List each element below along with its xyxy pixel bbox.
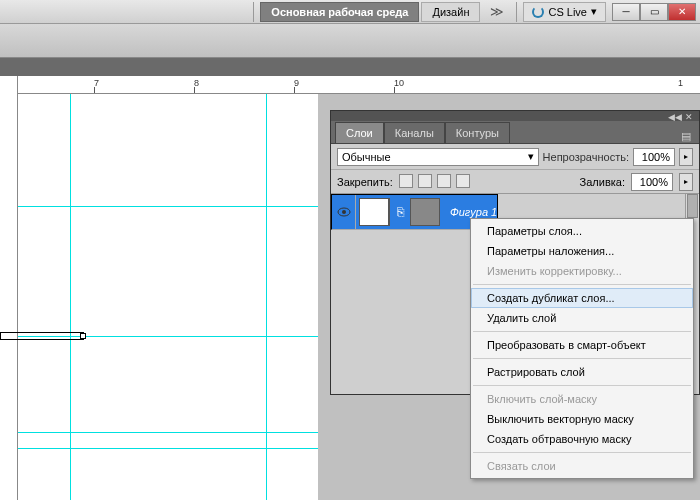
guide-vertical[interactable] xyxy=(266,94,267,500)
menu-item-edit-adjustment: Изменить корректировку... xyxy=(471,261,693,281)
cslive-icon xyxy=(532,6,544,18)
close-button[interactable]: ✕ xyxy=(668,3,696,21)
menu-separator xyxy=(473,385,691,386)
menu-item-rasterize-layer[interactable]: Растрировать слой xyxy=(471,362,693,382)
workspace-primary-button[interactable]: Основная рабочая среда xyxy=(260,2,419,22)
workspace-secondary-button[interactable]: Дизайн xyxy=(421,2,480,22)
menu-separator xyxy=(473,284,691,285)
layer-name[interactable]: Фигура 1 xyxy=(444,206,497,218)
panel-header[interactable]: ◀◀ ✕ xyxy=(331,111,699,121)
guide-vertical[interactable] xyxy=(70,94,71,500)
tab-paths[interactable]: Контуры xyxy=(445,122,510,143)
menu-item-disable-vector-mask[interactable]: Выключить векторную маску xyxy=(471,409,693,429)
fill-input[interactable]: 100% xyxy=(631,173,673,191)
menu-item-create-clipping-mask[interactable]: Создать обтравочную маску xyxy=(471,429,693,449)
link-icon: ⎘ xyxy=(394,205,406,219)
menu-separator xyxy=(473,331,691,332)
panel-tabs: Слои Каналы Контуры ▤ xyxy=(331,121,699,143)
options-bar xyxy=(0,24,700,58)
menu-item-duplicate-layer[interactable]: Создать дубликат слоя... xyxy=(471,288,693,308)
layer-thumbnail[interactable] xyxy=(359,198,389,226)
blend-mode-select[interactable]: Обычные▾ xyxy=(337,148,539,166)
menu-separator xyxy=(473,358,691,359)
guide-horizontal[interactable] xyxy=(18,448,318,449)
opacity-input[interactable]: 100% xyxy=(633,148,675,166)
transform-handle[interactable] xyxy=(80,333,86,339)
canvas[interactable] xyxy=(18,94,318,500)
visibility-toggle[interactable] xyxy=(332,195,356,229)
context-menu: Параметры слоя... Параметры наложения...… xyxy=(470,218,694,479)
ruler-horizontal[interactable]: 7 8 9 10 1 xyxy=(18,76,700,94)
tab-layers[interactable]: Слои xyxy=(335,122,384,143)
menu-item-enable-layer-mask: Включить слой-маску xyxy=(471,389,693,409)
fill-stepper[interactable]: ▸ xyxy=(679,173,693,191)
selection-box[interactable] xyxy=(0,332,84,340)
lock-pixels-icon[interactable] xyxy=(418,174,432,188)
menu-item-link-layers: Связать слои xyxy=(471,456,693,476)
collapse-icon[interactable]: ◀◀ ✕ xyxy=(668,112,693,122)
opacity-label: Непрозрачность: xyxy=(543,151,629,163)
mask-thumbnail[interactable] xyxy=(410,198,440,226)
guide-horizontal[interactable] xyxy=(18,432,318,433)
lock-controls xyxy=(399,174,472,190)
opacity-stepper[interactable]: ▸ xyxy=(679,148,693,166)
lock-position-icon[interactable] xyxy=(437,174,451,188)
menu-item-convert-smart-object[interactable]: Преобразовать в смарт-объект xyxy=(471,335,693,355)
minimize-button[interactable]: ─ xyxy=(612,3,640,21)
lock-label: Закрепить: xyxy=(337,176,393,188)
maximize-button[interactable]: ▭ xyxy=(640,3,668,21)
lock-transparency-icon[interactable] xyxy=(399,174,413,188)
menu-item-layer-properties[interactable]: Параметры слоя... xyxy=(471,221,693,241)
cslive-button[interactable]: CS Live ▾ xyxy=(523,2,606,22)
app-topbar: Основная рабочая среда Дизайн ≫ CS Live … xyxy=(0,0,700,24)
menu-item-delete-layer[interactable]: Удалить слой xyxy=(471,308,693,328)
cslive-label: CS Live xyxy=(548,6,587,18)
scroll-thumb[interactable] xyxy=(687,194,698,218)
svg-point-1 xyxy=(342,210,346,214)
fill-label: Заливка: xyxy=(580,176,625,188)
document-tabstrip xyxy=(0,58,700,76)
panel-menu-icon[interactable]: ▤ xyxy=(673,130,699,143)
ruler-vertical[interactable] xyxy=(0,76,18,500)
workspace-more-icon[interactable]: ≫ xyxy=(484,4,510,19)
tab-channels[interactable]: Каналы xyxy=(384,122,445,143)
lock-all-icon[interactable] xyxy=(456,174,470,188)
dropdown-icon: ▾ xyxy=(528,150,534,163)
guide-horizontal[interactable] xyxy=(18,206,318,207)
dropdown-icon: ▾ xyxy=(591,5,597,18)
menu-item-blending-options[interactable]: Параметры наложения... xyxy=(471,241,693,261)
window-controls: ─ ▭ ✕ xyxy=(612,3,696,21)
menu-separator xyxy=(473,452,691,453)
